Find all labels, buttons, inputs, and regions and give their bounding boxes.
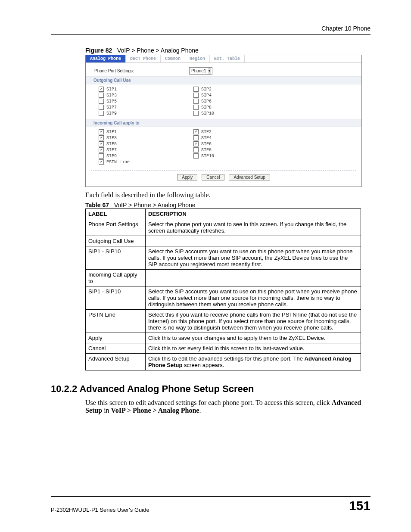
text-span: Click this to edit the advanced settings… <box>148 355 305 362</box>
figure-caption: Figure 82 VoIP > Phone > Analog Phone <box>85 47 371 54</box>
table-row: Phone Port SettingsSelect the phone port… <box>86 219 361 236</box>
checkbox-out-sip8[interactable] <box>193 105 199 110</box>
checkbox-label: SIP2 <box>201 87 212 92</box>
checkbox-label: SIP4 <box>201 93 212 98</box>
checkbox-label: SIP3 <box>106 93 117 98</box>
text-bold: VoIP > Phone > Analog Phone <box>111 407 199 414</box>
table-row: SIP1 - SIP10Select the SIP accounts you … <box>86 286 361 310</box>
checkbox-label: SIP3 <box>106 136 117 140</box>
checkbox-label: SIP5 <box>106 99 117 104</box>
tab-region[interactable]: Region <box>185 55 210 62</box>
table-row: ApplyClick this to save your changes and… <box>86 333 361 343</box>
checkbox-label: SIP2 <box>201 130 212 134</box>
table-row: PSTN LineSelect this if you want to rece… <box>86 310 361 333</box>
table-cell-label: Outgoing Call Use <box>86 236 146 246</box>
table-row: SIP1 - SIP10Select the SIP accounts you … <box>86 246 361 270</box>
header-divider <box>51 34 371 35</box>
checkbox-out-sip5[interactable] <box>99 99 104 104</box>
checkbox-label: SIP6 <box>201 99 212 104</box>
cancel-button[interactable]: Cancel <box>202 174 224 180</box>
tab-ext-table[interactable]: Ext. Table <box>210 55 245 62</box>
table-cell-label: SIP1 - SIP10 <box>86 246 146 270</box>
intro-paragraph: Each field is described in the following… <box>85 191 371 199</box>
text-span: screen appears. <box>182 362 224 368</box>
checkbox-label: SIP6 <box>201 142 212 146</box>
checkbox-in-sip5[interactable] <box>99 141 104 146</box>
checkbox-label: SIP9 <box>106 111 117 116</box>
checkbox-out-sip6[interactable] <box>193 99 199 104</box>
text-span: Use this screen to edit advanced setting… <box>85 399 332 406</box>
advanced-setup-button[interactable]: Advanced Setup <box>229 174 270 180</box>
table-row: Outgoing Call Use <box>86 236 361 246</box>
table-cell-desc: Click this to save your changes and to a… <box>146 333 361 343</box>
table-cell-label: Apply <box>86 333 146 343</box>
table-label: Table 67 <box>85 202 109 208</box>
table-caption-text: VoIP > Phone > Analog Phone <box>114 202 196 208</box>
figure-caption-text: VoIP > Phone > Analog Phone <box>117 47 199 54</box>
table-cell-label: Phone Port Settings <box>86 219 146 236</box>
table-cell-label: SIP1 - SIP10 <box>86 286 146 310</box>
table-row: CancelClick this to set every field in t… <box>86 343 361 354</box>
checkbox-label: SIP1 <box>106 130 117 134</box>
section-paragraph: Use this screen to edit advanced setting… <box>85 399 371 414</box>
checkbox-label: PSTN Line <box>106 160 130 165</box>
checkbox-label: SIP10 <box>201 111 214 116</box>
incoming-checkbox-grid: SIP1 SIP3 SIP5 SIP7 SIP9 PSTN Line SIP2 … <box>86 127 361 168</box>
table-cell-label: Advanced Setup <box>86 354 146 370</box>
checkbox-out-sip9[interactable] <box>99 111 104 116</box>
text-span: . <box>199 407 201 414</box>
footer-guide-name: P-2302HWUDL-P1 Series User's Guide <box>51 507 149 513</box>
text-span: in <box>102 407 111 414</box>
checkbox-label: SIP7 <box>106 148 117 152</box>
table-cell-label: Cancel <box>86 343 146 354</box>
checkbox-in-sip10[interactable] <box>193 153 199 159</box>
button-row: Apply Cancel Advanced Setup <box>91 170 356 182</box>
table-cell-desc: Select this if you want to receive phone… <box>146 310 361 333</box>
table-cell-desc <box>146 270 361 286</box>
section-heading: 10.2.2 Advanced Analog Phone Setup Scree… <box>51 383 371 395</box>
table-cell-desc: Click this to set every field in this sc… <box>146 343 361 354</box>
checkbox-in-sip4[interactable] <box>193 135 199 140</box>
table-row: Advanced Setup Click this to edit the ad… <box>86 354 361 370</box>
outgoing-col-left: SIP1 SIP3 SIP5 SIP7 SIP9 <box>99 86 193 116</box>
tab-analog-phone[interactable]: Analog Phone <box>86 55 126 62</box>
checkbox-out-sip10[interactable] <box>193 111 199 116</box>
checkbox-out-sip7[interactable] <box>99 105 104 110</box>
outgoing-checkbox-grid: SIP1 SIP3 SIP5 SIP7 SIP9 SIP2 SIP4 SIP6 … <box>86 84 361 119</box>
checkbox-in-sip8[interactable] <box>193 147 199 152</box>
checkbox-in-sip7[interactable] <box>99 147 104 152</box>
table-cell-desc <box>146 236 361 246</box>
checkbox-in-sip3[interactable] <box>99 135 104 140</box>
table-header-description: DESCRIPTION <box>146 209 361 219</box>
checkbox-out-sip3[interactable] <box>99 93 104 98</box>
checkbox-in-pstn[interactable] <box>99 159 104 165</box>
page-footer: P-2302HWUDL-P1 Series User's Guide 151 <box>51 496 371 513</box>
apply-button[interactable]: Apply <box>177 174 197 180</box>
checkbox-label: SIP4 <box>201 136 212 140</box>
checkbox-in-sip2[interactable] <box>193 129 199 134</box>
table-cell-label: Incoming Call apply to <box>86 270 146 286</box>
checkbox-label: SIP1 <box>106 87 117 92</box>
checkbox-out-sip1[interactable] <box>99 87 104 92</box>
description-table: LABEL DESCRIPTION Phone Port SettingsSel… <box>85 208 361 370</box>
section-outgoing: Outgoing Call Use <box>86 76 361 84</box>
section-incoming: Incoming Call apply to <box>86 119 361 127</box>
checkbox-out-sip2[interactable] <box>193 87 199 92</box>
tab-common[interactable]: Common <box>161 55 185 62</box>
checkbox-out-sip4[interactable] <box>193 93 199 98</box>
table-cell-desc: Click this to edit the advanced settings… <box>146 354 361 370</box>
screenshot-figure: Analog Phone DECT Phone Common Region Ex… <box>85 55 362 187</box>
checkbox-label: SIP10 <box>201 154 214 159</box>
checkbox-label: SIP7 <box>106 105 117 110</box>
tab-dect-phone[interactable]: DECT Phone <box>126 55 161 62</box>
checkbox-in-sip6[interactable] <box>193 141 199 146</box>
checkbox-label: SIP8 <box>201 148 212 152</box>
checkbox-label: SIP8 <box>201 105 212 110</box>
table-cell-label: PSTN Line <box>86 310 146 333</box>
page-number: 151 <box>349 498 371 513</box>
phone-port-select[interactable]: Phone1 <box>189 67 212 75</box>
incoming-col-left: SIP1 SIP3 SIP5 SIP7 SIP9 PSTN Line <box>99 129 193 165</box>
chapter-header: Chapter 10 Phone <box>51 25 371 32</box>
checkbox-in-sip1[interactable] <box>99 129 104 134</box>
checkbox-in-sip9[interactable] <box>99 153 104 159</box>
